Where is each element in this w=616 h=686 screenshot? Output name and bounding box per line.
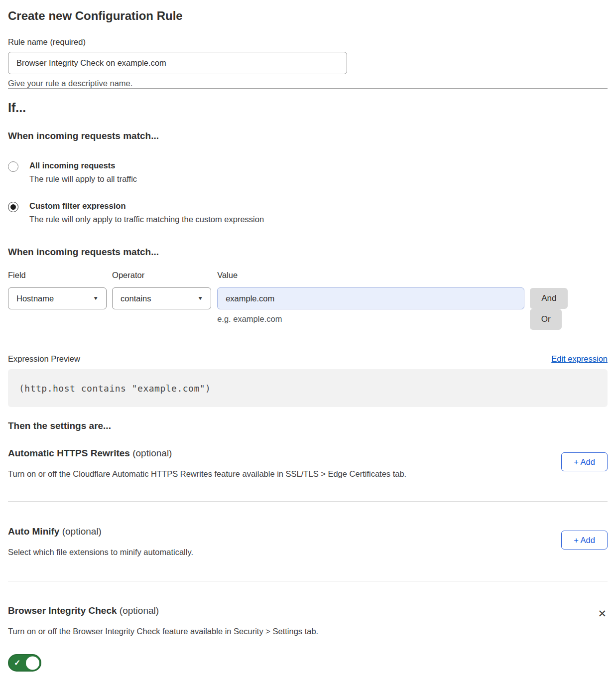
setting-divider [8,581,608,581]
edit-expression-link[interactable]: Edit expression [551,354,608,364]
radio-custom-filter[interactable] [8,202,18,212]
setting-title: Browser Integrity Check [8,605,117,616]
create-configuration-rule-form: Create new Configuration Rule Rule name … [0,0,616,686]
setting-optional-tag: (optional) [120,605,159,616]
browser-integrity-check-toggle[interactable]: ✓ [8,654,41,672]
and-button[interactable]: And [530,288,568,309]
chevron-down-icon: ▼ [93,296,99,301]
setting-browser-integrity-check: Browser Integrity Check (optional) Turn … [8,605,608,682]
radio-all-requests-description: The rule will apply to all traffic [29,174,137,184]
close-icon[interactable]: ✕ [597,607,608,620]
expression-builder-row: Field Hostname ▼ Operator contains ▼ Val… [8,271,608,330]
setting-optional-tag: (optional) [62,526,102,537]
then-heading: Then the settings are... [8,420,608,431]
field-select[interactable]: Hostname ▼ [8,287,107,309]
or-button[interactable]: Or [530,309,562,330]
radio-custom-filter-label: Custom filter expression [29,201,264,211]
builder-subheading: When incoming requests match... [8,247,608,258]
check-icon: ✓ [14,658,20,668]
setting-description: Turn on or off the Cloudflare Automatic … [8,469,406,479]
value-label: Value [217,271,524,280]
radio-all-requests-label: All incoming requests [29,161,137,170]
add-auto-minify-button[interactable]: + Add [561,531,608,549]
operator-select[interactable]: contains ▼ [112,287,211,309]
match-subheading: When incoming requests match... [8,131,608,141]
add-automatic-https-rewrites-button[interactable]: + Add [561,452,608,471]
setting-optional-tag: (optional) [132,448,172,458]
rule-name-input[interactable] [8,52,347,74]
radio-custom-filter-description: The rule will only apply to traffic matc… [29,215,264,224]
radio-all-requests[interactable] [8,161,18,172]
setting-auto-minify: Auto Minify (optional) Select which file… [8,526,608,581]
page-title: Create new Configuration Rule [8,9,608,23]
radio-option-all-requests[interactable]: All incoming requests The rule will appl… [8,161,608,184]
expression-preview-header: Expression Preview Edit expression [8,354,608,364]
setting-title: Auto Minify [8,526,59,537]
operator-label: Operator [112,271,211,280]
setting-divider [8,501,608,502]
chevron-down-icon: ▼ [197,296,203,301]
rule-name-helper: Give your rule a descriptive name. [8,79,608,88]
setting-description: Turn on or off the Browser Integrity Che… [8,627,318,636]
setting-automatic-https-rewrites: Automatic HTTPS Rewrites (optional) Turn… [8,448,608,501]
toggle-knob [26,656,39,670]
expression-preview-box: (http.host contains "example.com") [8,369,608,407]
setting-title: Automatic HTTPS Rewrites [8,448,130,458]
rule-name-label: Rule name (required) [8,37,608,47]
value-helper: e.g. example.com [217,314,524,324]
setting-description: Select which file extensions to minify a… [8,548,193,557]
value-input[interactable] [217,287,524,309]
radio-option-custom-filter[interactable]: Custom filter expression The rule will o… [8,201,608,224]
expression-code: (http.host contains "example.com") [19,383,211,394]
if-heading: If... [8,101,608,115]
section-divider [8,88,608,89]
expression-preview-label: Expression Preview [8,354,80,364]
operator-select-value: contains [121,294,151,303]
field-label: Field [8,271,107,280]
field-select-value: Hostname [16,294,54,303]
